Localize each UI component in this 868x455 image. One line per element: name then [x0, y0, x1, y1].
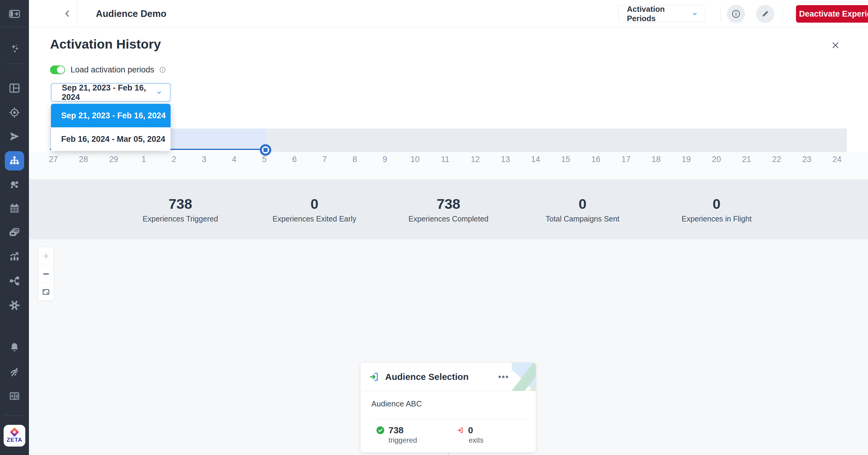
day-label: 3 [189, 155, 219, 164]
day-label: 24 [822, 155, 852, 164]
zeta-logo-text: ZETA [7, 436, 22, 443]
stat-experiences-triggered: 738 Experiences Triggered [113, 196, 247, 223]
day-label: 15 [551, 155, 581, 164]
sidebar-item-send[interactable] [7, 129, 22, 144]
day-label: 17 [611, 155, 641, 164]
fit-view-button[interactable] [38, 283, 54, 301]
period-option-0[interactable]: Sep 21, 2023 - Feb 16, 2024 [51, 104, 170, 127]
day-label: 12 [460, 155, 490, 164]
panel-title: Activation History [50, 37, 161, 52]
chevron-down-icon [692, 10, 698, 17]
day-label: 10 [400, 155, 430, 164]
day-label: 19 [671, 155, 701, 164]
docs-book-icon[interactable] [7, 389, 22, 403]
day-label: 21 [732, 155, 762, 164]
close-icon [831, 40, 840, 50]
sidebar-item-boards[interactable] [7, 81, 22, 95]
day-label: 8 [340, 155, 370, 164]
period-select-value: Sep 21, 2023 - Feb 16, 2024 [62, 83, 156, 102]
toggle-knob [57, 66, 64, 74]
toggle-label: Load activation periods [70, 65, 154, 75]
day-label: 23 [792, 155, 822, 164]
stat-experiences-in-flight: 0 Experiences in Flight [650, 196, 784, 223]
stat-value: 0 [247, 196, 381, 212]
sidebar-item-calendar[interactable] [7, 201, 22, 216]
header-divider [77, 0, 78, 27]
sidebar-item-audiences[interactable] [7, 177, 22, 192]
back-button[interactable] [61, 7, 73, 20]
notifications-bell-icon[interactable] [7, 340, 22, 355]
sidebar-item-flows[interactable] [7, 274, 22, 288]
day-label: 5 [249, 155, 279, 164]
pencil-icon [761, 10, 770, 18]
zeta-diamond-icon [10, 427, 19, 436]
view-selector-label: Activation Periods [627, 4, 692, 23]
stat-experiences-completed: 738 Experiences Completed [381, 196, 516, 223]
card-menu-button[interactable] [497, 372, 510, 381]
sidebar-item-collections[interactable] [7, 225, 22, 239]
metric-exits: 0 exits [456, 425, 484, 445]
zoom-in-button[interactable]: + [38, 247, 54, 265]
day-label: 6 [279, 155, 310, 164]
audience-selection-card[interactable]: Audience Selection Audience ABC 738 trig… [361, 363, 536, 452]
load-activation-periods-toggle[interactable] [50, 65, 65, 74]
timeline-day-labels: 27 28 29 1 2 3 4 5 6 7 8 9 10 11 12 13 1… [38, 155, 852, 164]
node-connector-line [448, 452, 449, 455]
page-title: Audience Demo [96, 8, 166, 19]
sidebar: ZETA [0, 0, 29, 455]
top-header: Audience Demo Activation Periods Deactiv… [29, 0, 868, 27]
edit-button[interactable] [756, 5, 774, 23]
day-label: 7 [310, 155, 340, 164]
stat-label: Experiences Completed [381, 215, 516, 223]
signals-icon[interactable] [7, 365, 22, 379]
view-selector-dropdown[interactable]: Activation Periods [618, 5, 706, 22]
metric-value: 0 [468, 425, 473, 435]
load-activation-periods-row: Load activation periods [50, 64, 166, 75]
day-label: 2 [159, 155, 189, 164]
stat-label: Experiences Triggered [113, 215, 247, 223]
stat-total-campaigns-sent: 0 Total Campaigns Sent [516, 196, 650, 223]
plus-icon: + [43, 250, 49, 262]
timeline-remainder-band [266, 129, 847, 152]
info-button[interactable] [727, 5, 745, 23]
period-select[interactable]: Sep 21, 2023 - Feb 16, 2024 [51, 83, 170, 102]
zeta-logo[interactable]: ZETA [4, 425, 25, 447]
day-label: 16 [581, 155, 611, 164]
metric-label: exits [469, 436, 484, 445]
sidebar-item-analytics[interactable] [7, 249, 22, 264]
period-select-menu: Sep 21, 2023 - Feb 16, 2024 Feb 16, 2024… [51, 104, 170, 151]
day-label: 20 [701, 155, 732, 164]
chevron-left-icon [63, 9, 72, 18]
sidebar-item-journeys-active[interactable] [5, 151, 24, 170]
day-label: 1 [129, 155, 159, 164]
period-option-1[interactable]: Feb 16, 2024 - Mar 05, 2024 [51, 127, 170, 151]
timeline-marker-square [264, 148, 268, 152]
day-label: 4 [219, 155, 249, 164]
metric-value: 738 [389, 425, 404, 435]
collapse-sidebar-icon[interactable] [7, 7, 22, 21]
exit-node-icon [456, 426, 464, 434]
card-title: Audience Selection [385, 372, 469, 382]
day-label: 28 [68, 155, 98, 164]
sidebar-item-settings[interactable] [7, 298, 22, 313]
timeline-marker[interactable] [260, 144, 271, 156]
stat-value: 0 [650, 196, 784, 212]
close-panel-button[interactable] [828, 38, 843, 53]
card-corner-ribbon [512, 363, 536, 391]
day-label: 29 [98, 155, 129, 164]
deactivate-experience-button[interactable]: Deactivate Experience [796, 5, 868, 23]
sidebar-divider [0, 27, 29, 27]
toggle-info-icon[interactable] [159, 66, 166, 73]
app-root: ZETA Audience Demo Activation Periods De… [0, 0, 868, 455]
header-divider [782, 5, 783, 22]
zoom-out-button[interactable]: − [38, 265, 54, 283]
enter-node-icon [368, 371, 380, 382]
stat-experiences-exited-early: 0 Experiences Exited Early [247, 196, 381, 223]
stat-value: 738 [113, 196, 247, 212]
ai-sparkles-icon[interactable] [7, 41, 22, 56]
sidebar-item-target[interactable] [7, 105, 22, 120]
header-divider [720, 5, 721, 22]
stat-label: Total Campaigns Sent [516, 215, 650, 223]
ellipsis-icon [498, 375, 509, 379]
metric-triggered: 738 triggered [376, 425, 417, 445]
